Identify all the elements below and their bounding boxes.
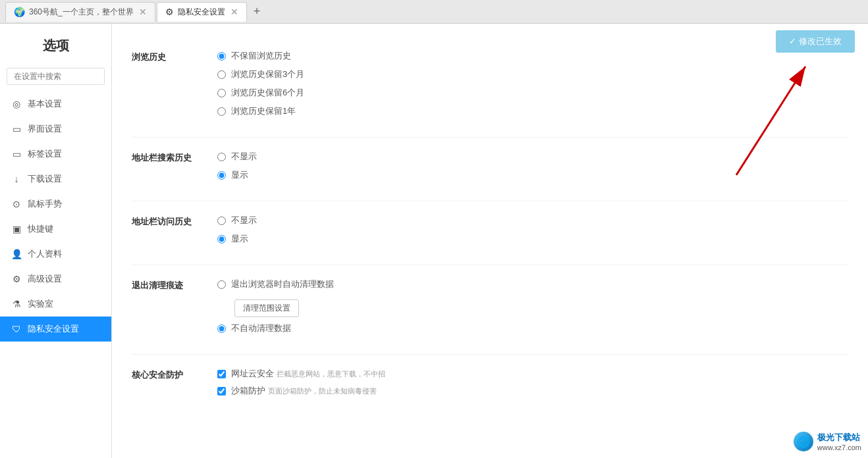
checkbox-url-cloud: 网址云安全 拦截恶意网站，恶意下载，不中招: [217, 368, 848, 380]
sidebar-item-tabs[interactable]: ▭ 标签设置: [0, 141, 111, 166]
radio-no-auto-clean: 不自动清理数据: [217, 322, 848, 334]
sidebar-item-mouse[interactable]: ⊙ 鼠标手势: [0, 191, 111, 216]
mouse-icon: ⊙: [11, 199, 22, 209]
url-cloud-checkbox[interactable]: [217, 370, 226, 378]
radio-no-auto-clean-label: 不自动清理数据: [231, 322, 291, 334]
basic-icon: ◎: [11, 99, 22, 109]
exit-clean-label: 退出清理痕迹: [132, 278, 217, 341]
radio-visit-show: 显示: [217, 233, 848, 245]
core-security-options: 网址云安全 拦截恶意网站，恶意下载，不中招 沙箱防护 页面沙箱防护，防止未知病毒…: [217, 368, 848, 402]
sidebar-item-lab-label: 实验室: [28, 298, 53, 310]
search-input[interactable]: [7, 68, 105, 85]
url-cloud-sublabel: 拦截恶意网站，恶意下载，不中招: [277, 369, 385, 379]
advanced-icon: ⚙: [11, 274, 22, 284]
sidebar-item-advanced[interactable]: ⚙ 高级设置: [0, 267, 111, 292]
radio-no-history-input[interactable]: [217, 52, 226, 61]
sidebar-item-advanced-label: 高级设置: [28, 273, 62, 285]
radio-1year: 浏览历史保留1年: [217, 105, 848, 117]
radio-1year-input[interactable]: [217, 107, 226, 116]
addr-visit-options: 不显示 显示: [217, 215, 848, 251]
apply-button[interactable]: ✓ 修改已生效: [776, 30, 855, 53]
section-exit-clean: 退出清理痕迹 退出浏览器时自动清理数据 清理范围设置 不自动清理数据: [132, 265, 848, 355]
ui-icon: ▭: [11, 124, 22, 134]
sidebar-item-download-label: 下载设置: [28, 173, 62, 185]
radio-search-show-input[interactable]: [217, 171, 226, 180]
radio-1year-label: 浏览历史保留1年: [231, 105, 296, 117]
sidebar-item-profile-label: 个人资料: [28, 248, 62, 260]
radio-6months-label: 浏览历史保留6个月: [231, 87, 304, 99]
radio-3months: 浏览历史保留3个月: [217, 68, 848, 80]
sandbox-sublabel: 页面沙箱防护，防止未知病毒侵害: [268, 386, 377, 396]
tabs-icon: ▭: [11, 149, 22, 159]
addr-search-options: 不显示 显示: [217, 151, 848, 188]
section-addr-search: 地址栏搜索历史 不显示 显示: [132, 138, 848, 201]
sidebar-title: 选项: [0, 30, 111, 68]
main-layout: 选项 ◎ 基本设置 ▭ 界面设置 ▭ 标签设置 ↓ 下载设置 ⊙ 鼠标手势 ▣ …: [0, 24, 868, 458]
watermark-site-name: 极光下载站: [817, 432, 861, 444]
sidebar-item-shortcut[interactable]: ▣ 快捷键: [0, 216, 111, 242]
profile-icon: 👤: [11, 249, 22, 259]
radio-6months: 浏览历史保留6个月: [217, 87, 848, 99]
sidebar-item-mouse-label: 鼠标手势: [28, 198, 62, 210]
tab-360-close[interactable]: ✕: [139, 7, 147, 17]
radio-auto-clean-label: 退出浏览器时自动清理数据: [231, 278, 334, 290]
radio-search-show-label: 显示: [231, 169, 248, 181]
browse-history-label: 浏览历史: [132, 50, 217, 124]
content-area: ✓ 修改已生效 浏览历史 不保留浏览历史 浏览历史保留3个月: [112, 24, 868, 458]
radio-visit-hide: 不显示: [217, 215, 848, 226]
privacy-icon: 🛡: [11, 324, 22, 334]
core-security-label: 核心安全防护: [132, 368, 217, 402]
sidebar-item-privacy[interactable]: 🛡 隐私安全设置: [0, 317, 111, 342]
sidebar-item-basic[interactable]: ◎ 基本设置: [0, 91, 111, 116]
radio-3months-label: 浏览历史保留3个月: [231, 68, 304, 80]
checkbox-sandbox: 沙箱防护 页面沙箱防护，防止未知病毒侵害: [217, 385, 848, 397]
sandbox-label: 沙箱防护: [231, 385, 265, 397]
lab-icon: ⚗: [11, 299, 22, 309]
radio-search-hide-input[interactable]: [217, 153, 226, 161]
radio-3months-input[interactable]: [217, 70, 226, 79]
url-cloud-label: 网址云安全: [231, 368, 274, 380]
tab-privacy-label: 隐私安全设置: [178, 7, 225, 18]
radio-search-hide: 不显示: [217, 151, 848, 163]
shortcut-icon: ▣: [11, 224, 22, 234]
radio-visit-show-input[interactable]: [217, 235, 226, 243]
sidebar-item-download[interactable]: ↓ 下载设置: [0, 166, 111, 191]
tab-bar: 🌍 360号航_一个主页，整个世界 ✕ ⚙ 隐私安全设置 ✕ +: [0, 0, 868, 24]
watermark-text: 极光下载站 www.xz7.com: [817, 432, 861, 451]
sidebar-item-ui-label: 界面设置: [28, 123, 62, 135]
new-tab-button[interactable]: +: [248, 5, 266, 18]
sidebar-item-profile[interactable]: 👤 个人资料: [0, 242, 111, 267]
radio-visit-hide-label: 不显示: [231, 215, 257, 226]
radio-no-auto-clean-input[interactable]: [217, 324, 226, 333]
sidebar-item-ui[interactable]: ▭ 界面设置: [0, 116, 111, 141]
sidebar-search-container: [0, 68, 111, 91]
section-core-security: 核心安全防护 网址云安全 拦截恶意网站，恶意下载，不中招 沙箱防护 页面沙箱防护…: [132, 355, 848, 415]
sidebar: 选项 ◎ 基本设置 ▭ 界面设置 ▭ 标签设置 ↓ 下载设置 ⊙ 鼠标手势 ▣ …: [0, 24, 112, 458]
radio-auto-clean-input[interactable]: [217, 280, 226, 289]
radio-no-history: 不保留浏览历史: [217, 50, 848, 62]
sandbox-checkbox[interactable]: [217, 387, 226, 395]
radio-6months-input[interactable]: [217, 89, 226, 97]
radio-no-history-label: 不保留浏览历史: [231, 50, 291, 62]
addr-visit-label: 地址栏访问历史: [132, 215, 217, 251]
tab-privacy[interactable]: ⚙ 隐私安全设置 ✕: [157, 2, 247, 22]
tab-privacy-close[interactable]: ✕: [231, 7, 238, 17]
sidebar-item-lab[interactable]: ⚗ 实验室: [0, 292, 111, 317]
sidebar-item-basic-label: 基本设置: [28, 98, 62, 110]
watermark: 🌐 极光下载站 www.xz7.com: [794, 432, 861, 451]
download-icon: ↓: [11, 174, 22, 184]
tab-360-icon: 🌍: [14, 7, 25, 17]
section-browse-history: 浏览历史 不保留浏览历史 浏览历史保留3个月 浏览历史保留6个月 浏览历史保留1…: [132, 37, 848, 138]
clear-range-button[interactable]: 清理范围设置: [234, 299, 299, 317]
addr-search-label: 地址栏搜索历史: [132, 151, 217, 188]
sidebar-item-shortcut-label: 快捷键: [28, 223, 53, 235]
sidebar-item-privacy-label: 隐私安全设置: [28, 323, 79, 335]
tab-360-label: 360号航_一个主页，整个世界: [29, 7, 134, 18]
section-addr-visit: 地址栏访问历史 不显示 显示: [132, 201, 848, 265]
radio-auto-clean: 退出浏览器时自动清理数据: [217, 278, 848, 290]
sidebar-item-tabs-label: 标签设置: [28, 148, 62, 160]
radio-search-hide-label: 不显示: [231, 151, 257, 163]
radio-visit-show-label: 显示: [231, 233, 248, 245]
tab-360[interactable]: 🌍 360号航_一个主页，整个世界 ✕: [5, 2, 155, 22]
radio-visit-hide-input[interactable]: [217, 216, 226, 225]
